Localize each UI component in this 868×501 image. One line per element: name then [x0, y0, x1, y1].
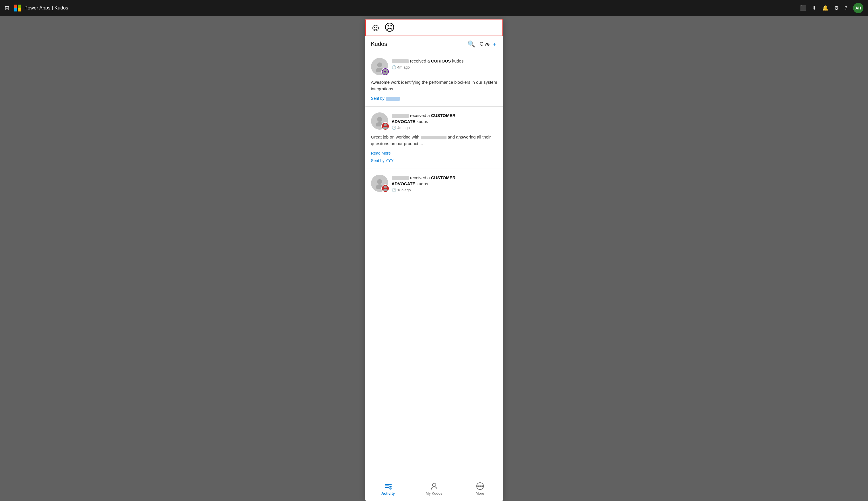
waffle-icon[interactable]: ⊞	[4, 4, 10, 11]
kudos-title: Kudos	[371, 41, 387, 47]
card-1-time: 🕐 4m ago	[392, 65, 497, 70]
logo-sq-blue	[14, 8, 17, 11]
kudos-feed: received a CURIOUS kudos 🕐 4m ago Awesom…	[365, 52, 503, 478]
give-label: Give	[480, 41, 490, 47]
customer-badge-2	[381, 122, 389, 130]
nav-activity[interactable]: ⚙ Activity	[365, 482, 411, 495]
clock-icon-1: 🕐	[392, 65, 396, 70]
happy-emoji-btn[interactable]: ☺	[370, 22, 381, 33]
svg-rect-7	[385, 486, 389, 486]
card-3-timestamp: 18h ago	[397, 188, 411, 192]
card-3-info: received a CUSTOMER ADVOCATE kudos 🕐 18h…	[392, 175, 497, 192]
svg-point-14	[481, 486, 483, 487]
sender-blurred-1	[386, 97, 400, 101]
card-1-header: received a CURIOUS kudos 🕐 4m ago	[371, 58, 497, 75]
nav-my-kudos[interactable]: My Kudos	[411, 482, 457, 495]
card-2-header: received a CUSTOMER ADVOCATE kudos 🕐 4m …	[371, 113, 497, 130]
kudos-type-2b: ADVOCATE	[392, 119, 416, 124]
card-2-timestamp: 4m ago	[397, 126, 410, 130]
nav-more[interactable]: More	[457, 482, 503, 495]
top-navigation: ⊞ Power Apps | Kudos ⬛ ⬇ 🔔 ⚙ ? AH	[0, 0, 868, 16]
card-3-title: received a CUSTOMER ADVOCATE kudos	[392, 175, 497, 187]
download-icon[interactable]: ⬇	[812, 5, 816, 11]
emoji-selector-row: ☺ ☹	[365, 19, 503, 36]
card-3-header: received a CUSTOMER ADVOCATE kudos 🕐 18h…	[371, 175, 497, 192]
kudos-header: Kudos 🔍 Give ＋	[365, 36, 503, 52]
card-1-body: Awesome work identifying the performance…	[371, 79, 497, 92]
card-3-time: 🕐 18h ago	[392, 188, 497, 192]
kudos-actions: 🔍 Give ＋	[468, 40, 497, 48]
card-2-sent-by[interactable]: Sent by YYY	[371, 158, 497, 163]
activity-label: Activity	[381, 491, 395, 495]
logo-sq-yellow	[18, 8, 21, 11]
recipient-name-blurred-1	[392, 60, 409, 63]
app-title: Power Apps | Kudos	[24, 5, 68, 11]
my-kudos-icon	[430, 482, 438, 490]
card-2-title: received a CUSTOMER ADVOCATE kudos	[392, 113, 497, 125]
badge-icon-2	[382, 121, 389, 132]
activity-icon: ⚙	[384, 482, 392, 490]
app-panel: ☺ ☹ Kudos 🔍 Give ＋	[365, 19, 503, 501]
read-more-link-2[interactable]: Read More	[371, 151, 497, 156]
recipient-name-blurred-2	[392, 114, 409, 118]
clock-icon-3: 🕐	[392, 188, 396, 192]
badge-icon-3	[382, 183, 389, 194]
card-2-body: Great job on working with and answering …	[371, 134, 497, 147]
nav-right: ⬛ ⬇ 🔔 ⚙ ? AH	[800, 3, 864, 13]
search-icon[interactable]: 🔍	[468, 41, 475, 48]
svg-point-2	[377, 117, 382, 122]
kudos-card-3: received a CUSTOMER ADVOCATE kudos 🕐 18h…	[365, 169, 503, 202]
logo-sq-green	[18, 4, 21, 8]
svg-point-4	[377, 179, 382, 184]
card-2-time: 🕐 4m ago	[392, 126, 497, 130]
svg-point-13	[479, 486, 481, 487]
svg-text:⚙: ⚙	[390, 487, 391, 489]
settings-icon[interactable]: ⚙	[834, 5, 839, 11]
card-1-sent-by[interactable]: Sent by	[371, 96, 497, 101]
nav-left: ⊞ Power Apps | Kudos	[4, 4, 800, 11]
svg-rect-6	[385, 484, 392, 484]
my-kudos-label: My Kudos	[426, 491, 442, 495]
card-1-timestamp: 4m ago	[397, 65, 410, 70]
svg-point-11	[432, 483, 436, 487]
card-2-info: received a CUSTOMER ADVOCATE kudos 🕐 4m …	[392, 113, 497, 130]
customer-badge-3	[381, 184, 389, 192]
sad-emoji-btn[interactable]: ☹	[384, 22, 395, 33]
recipient-avatar-3	[371, 175, 388, 192]
recipient-avatar-1	[371, 58, 388, 75]
card-1-info: received a CURIOUS kudos 🕐 4m ago	[392, 58, 497, 70]
kudos-type-3b: ADVOCATE	[392, 181, 416, 186]
screen-share-icon[interactable]: ⬛	[800, 5, 806, 11]
recipient-avatar-2	[371, 113, 388, 130]
give-button[interactable]: Give ＋	[480, 40, 497, 48]
card-1-title: received a CURIOUS kudos	[392, 58, 497, 64]
body-blurred-2	[421, 136, 447, 139]
microsoft-logo	[14, 4, 21, 11]
kudos-card-2: received a CUSTOMER ADVOCATE kudos 🕐 4m …	[365, 107, 503, 169]
more-icon	[476, 482, 484, 490]
kudos-card-1: received a CURIOUS kudos 🕐 4m ago Awesom…	[365, 52, 503, 107]
clock-icon-2: 🕐	[392, 126, 396, 130]
svg-point-12	[477, 486, 479, 487]
user-avatar[interactable]: AH	[853, 3, 864, 13]
help-icon[interactable]: ?	[845, 5, 847, 11]
bell-icon[interactable]: 🔔	[822, 5, 828, 11]
svg-point-0	[377, 63, 382, 67]
main-area: ☺ ☹ Kudos 🔍 Give ＋	[0, 16, 868, 501]
kudos-type-2a: CUSTOMER	[431, 113, 456, 118]
bottom-navigation: ⚙ Activity My Kudos More	[365, 478, 503, 501]
badge-icon-1	[382, 66, 389, 77]
more-label: More	[476, 491, 484, 495]
curious-badge-1	[381, 68, 389, 76]
kudos-type-3a: CUSTOMER	[431, 175, 456, 180]
logo-sq-red	[14, 4, 17, 8]
plus-icon: ＋	[492, 40, 497, 48]
recipient-name-blurred-3	[392, 176, 409, 180]
kudos-type-1: CURIOUS	[431, 58, 451, 63]
